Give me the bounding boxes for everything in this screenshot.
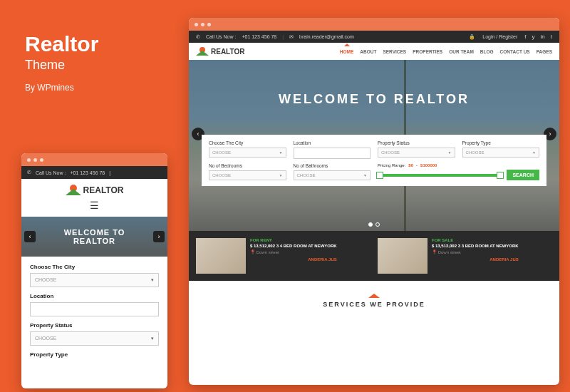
prev-slide-button[interactable]: ‹: [24, 231, 36, 242]
pricing-row: Pricing Range: $0 - $100000: [378, 163, 539, 167]
logo[interactable]: REALTOR: [196, 47, 244, 56]
email: brain.reader@gmail.com: [299, 34, 354, 39]
roof-icon: [368, 292, 380, 298]
hero-title: WELCOME TOREALTOR: [64, 228, 125, 245]
status-select[interactable]: CHOOSE: [378, 148, 455, 158]
services-heading: SERVICES WE PROVIDE: [189, 281, 559, 311]
status-label: Property Status: [30, 322, 159, 329]
listing-title: $ 13,512,002 3 4 BED ROOM AT NEWYORK: [250, 244, 337, 248]
bathrooms-label: No of Bathrooms: [294, 163, 371, 168]
topbar: ✆ Call Us Now : +01 123 456 78 | ✉ brain…: [189, 31, 559, 43]
promo-title: Realtor Theme By WPmines: [25, 32, 98, 93]
nav-team[interactable]: OUR TEAM: [449, 49, 474, 54]
price-max: $100000: [420, 163, 437, 167]
price-slider[interactable]: [378, 174, 502, 177]
listing-author: ANDERIA JUS: [250, 257, 337, 262]
phone-icon: ✆: [196, 34, 200, 40]
call-label: Call Us Now :: [36, 170, 66, 175]
city-label: Choose The City: [30, 264, 159, 270]
listing-location: 📍 Down street: [432, 249, 519, 254]
nav-pages[interactable]: PAGES: [537, 49, 552, 54]
mobile-search: Choose The CityCHOOSE Location Property …: [21, 257, 167, 371]
tumblr-icon[interactable]: t: [551, 33, 552, 40]
mail-icon: ✉: [289, 34, 294, 40]
next-slide-button[interactable]: ›: [153, 231, 165, 242]
bedrooms-label: No of Bedrooms: [209, 163, 286, 168]
login-link[interactable]: Login / Register: [482, 34, 517, 39]
hero-title: WELCOME TO REALTOR: [279, 92, 470, 107]
services-title: SERVICES WE PROVIDE: [189, 301, 559, 308]
nav-home[interactable]: HOME: [340, 49, 354, 54]
theme-name: Realtor: [25, 32, 98, 56]
mobile-topbar: ✆ Call Us Now : +01 123 456 78 |: [21, 166, 167, 179]
lock-icon: 🔒: [469, 34, 475, 40]
browser-chrome: [21, 153, 167, 166]
logo-icon: [196, 47, 209, 56]
call-label: Call Us Now :: [206, 34, 236, 39]
phone-number: +01 123 456 78: [242, 34, 276, 39]
bedrooms-select[interactable]: CHOOSE: [209, 170, 286, 180]
desktop-preview: ✆ Call Us Now : +01 123 456 78 | ✉ brain…: [189, 18, 559, 385]
theme-author: By WPmines: [25, 83, 98, 93]
logo[interactable]: REALTOR: [21, 185, 167, 195]
browser-chrome: [189, 18, 559, 31]
price-min: $0: [408, 163, 413, 167]
search-box: Choose The CityCHOOSE Location Property …: [202, 135, 546, 186]
listing-card[interactable]: FOR RENT $ 13,512,002 3 4 BED ROOM AT NE…: [196, 238, 370, 274]
nav-properties[interactable]: PROPERTIES: [413, 49, 442, 54]
nav-services[interactable]: SERVICES: [383, 49, 406, 54]
type-select[interactable]: CHOOSE: [462, 148, 540, 158]
mobile-hero: ‹ WELCOME TOREALTOR ›: [21, 217, 167, 257]
nav-about[interactable]: ABOUT: [360, 49, 376, 54]
phone-number: +01 123 456 78: [70, 170, 105, 175]
listing-tag: FOR RENT: [250, 238, 337, 242]
nav-blog[interactable]: BLOG: [480, 49, 494, 54]
linkedin-icon[interactable]: in: [541, 33, 545, 40]
city-label: Choose The City: [209, 140, 286, 145]
listing-tag: FOR SALE: [432, 238, 519, 242]
navbar: REALTOR HOME ABOUT SERVICES PROPERTIES O…: [189, 43, 559, 60]
nav-links: HOME ABOUT SERVICES PROPERTIES OUR TEAM …: [340, 49, 552, 54]
hamburger-icon[interactable]: ☰: [21, 200, 167, 211]
city-select[interactable]: CHOOSE: [209, 148, 286, 158]
facebook-icon[interactable]: f: [524, 33, 526, 40]
theme-sub: Theme: [25, 58, 98, 73]
ptype-label: Property Type: [30, 351, 159, 358]
pricing-label: Pricing Range:: [378, 163, 405, 167]
listing-image: [196, 238, 246, 274]
listing-location: 📍 Down street: [250, 249, 337, 254]
city-select[interactable]: CHOOSE: [30, 273, 159, 287]
listings: FOR RENT $ 13,512,002 3 4 BED ROOM AT NE…: [189, 231, 559, 281]
listing-title: $ 13,512,002 3 3 BED ROOM AT NEWYORK: [432, 244, 519, 248]
mobile-nav: REALTOR ☰: [21, 179, 167, 217]
type-label: Property Type: [462, 140, 540, 145]
mobile-preview: ✆ Call Us Now : +01 123 456 78 | REALTOR…: [21, 153, 167, 388]
search-button[interactable]: SEARCH: [507, 170, 539, 180]
location-label: Location: [30, 293, 159, 299]
logo-text: REALTOR: [211, 48, 244, 56]
location-label: Location: [294, 140, 371, 145]
hero: ‹ › WELCOME TO REALTOR Choose The CityCH…: [189, 60, 559, 231]
listing-card[interactable]: FOR SALE $ 13,512,002 3 3 BED ROOM AT NE…: [378, 238, 552, 274]
bathrooms-select[interactable]: CHOOSE: [294, 170, 371, 180]
nav-contact[interactable]: CONTACT US: [500, 49, 530, 54]
listing-image: [378, 238, 428, 274]
location-input[interactable]: [294, 148, 371, 159]
slide-dots[interactable]: [368, 222, 380, 227]
listing-author: ANDERIA JUS: [432, 257, 519, 262]
location-input[interactable]: [30, 302, 159, 316]
logo-text: REALTOR: [83, 185, 124, 195]
status-select[interactable]: CHOOSE: [30, 331, 159, 346]
status-label: Property Status: [378, 140, 455, 145]
phone-icon: ✆: [27, 170, 31, 175]
twitter-icon[interactable]: y: [532, 33, 535, 40]
logo-icon: [66, 185, 81, 195]
